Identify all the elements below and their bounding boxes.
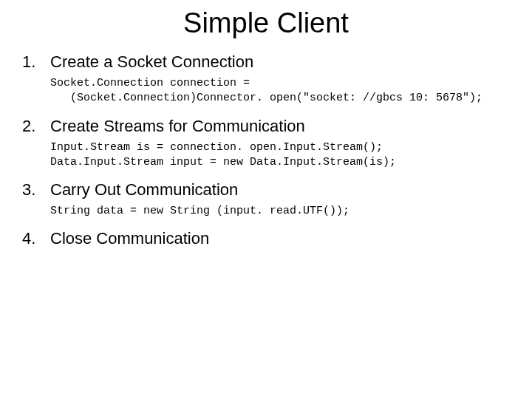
list-item: 1. Create a Socket Connection Socket.Con… [22,52,510,106]
code-block: String data = new String (input. read.UT… [50,204,510,219]
item-number: 3. [22,180,50,200]
item-row: 4. Close Communication [22,229,510,248]
item-label: Create a Socket Connection [50,52,253,72]
code-block: Input.Stream is = connection. open.Input… [50,140,510,171]
item-row: 1. Create a Socket Connection [22,52,510,72]
code-block: Socket.Connection connection = (Socket.C… [50,76,510,106]
item-number: 4. [22,229,50,248]
item-label: Carry Out Communication [50,180,238,200]
item-row: 3. Carry Out Communication [22,180,510,200]
list-item: 4. Close Communication [22,229,510,248]
item-number: 1. [22,52,50,72]
item-number: 2. [22,117,50,136]
item-row: 2. Create Streams for Communication [22,117,510,136]
slide: Simple Client 1. Create a Socket Connect… [0,0,532,273]
item-label: Close Communication [50,229,209,248]
list-item: 3. Carry Out Communication String data =… [22,180,510,219]
item-label: Create Streams for Communication [50,117,305,136]
list-item: 2. Create Streams for Communication Inpu… [22,117,510,171]
slide-title: Simple Client [22,7,510,39]
